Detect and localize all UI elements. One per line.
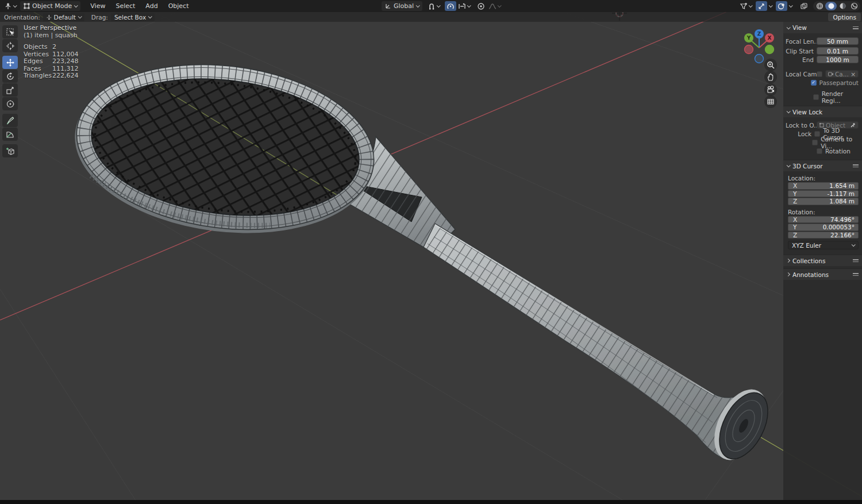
perspective-toggle-button[interactable] [764,95,777,108]
rotation-order-dropdown[interactable]: XYZ Euler [788,241,859,249]
options-label: Options [833,14,856,21]
shading-material-button[interactable] [837,2,848,10]
gizmo-x-label: X [768,35,772,41]
clip-start-field[interactable]: 0.01 m [817,47,859,55]
menu-view[interactable]: View [85,2,110,10]
panel-header-collections[interactable]: Collections [783,255,862,266]
tool-select-box[interactable] [2,25,18,39]
tool-rotate[interactable] [2,70,18,83]
cursor-rotation-z[interactable]: Z 22.166° [788,232,859,239]
shading-rendered-button[interactable] [848,2,860,10]
chevron-down-icon [787,109,791,113]
chevron-down-icon [787,25,791,29]
add-cube-icon [6,147,15,156]
cursor-location-x[interactable]: X 1.654 m [788,182,859,190]
clip-end-row: End 1000 m [786,56,859,63]
panel-menu-icon[interactable] [853,273,859,276]
falloff-curve-icon [488,2,497,10]
tool-move[interactable] [2,56,18,69]
ortho-grid-icon [767,98,775,106]
camera-to-view-checkbox[interactable] [812,140,818,145]
shading-wireframe-button[interactable] [814,2,825,10]
proportional-editing-toggle[interactable] [475,1,487,11]
panel-header-3d-cursor[interactable]: 3D Cursor [783,160,862,171]
clear-icon[interactable]: × [851,71,856,78]
editor-type-selector[interactable] [2,1,18,11]
drag-label: Drag: [91,14,108,21]
object-mode-icon [24,3,30,9]
stat-edges: Edges223,248 [24,58,79,66]
panel-menu-icon[interactable] [853,26,859,29]
gizmo-neg-z-axis[interactable] [755,55,764,63]
annotations-panel-title: Annotations [792,271,853,278]
zoom-button[interactable] [764,59,777,71]
gizmo-y-label: Y [746,35,751,41]
selectability-filter-dropdown[interactable] [738,1,753,11]
tool-annotate[interactable] [2,114,18,127]
menu-select[interactable]: Select [110,2,140,10]
gizmo-neg-x-axis[interactable] [745,45,753,54]
xray-toggle[interactable] [798,1,810,11]
gizmo-dropdown[interactable] [767,1,774,11]
viewport-canvas[interactable] [0,0,862,504]
panel-header-view[interactable]: View [783,22,862,33]
local-camera-checkbox[interactable] [817,71,822,77]
location-label: Location: [788,175,859,182]
proportional-editing-icon [477,2,485,10]
annotate-pen-icon [6,116,15,125]
snap-toggle[interactable] [445,1,456,11]
options-button[interactable]: Options [828,13,861,21]
show-overlays-toggle[interactable] [776,1,787,11]
mode-selector[interactable]: Object Mode [20,1,80,11]
sidebar-n-panel: View Focal Len... 50 mm Clip Start 0.01 … [783,22,862,500]
cursor-location-z[interactable]: Z 1.084 m [788,198,859,205]
render-region-checkbox[interactable] [813,94,819,100]
transform-orientation-dropdown[interactable]: Global [382,1,422,11]
snap-dropdown[interactable] [426,1,441,11]
menu-object[interactable]: Object [163,2,194,10]
panel-menu-icon[interactable] [853,164,859,167]
local-camera-field[interactable]: Ca... × [825,70,859,78]
drag-dropdown[interactable]: Select Box [111,13,155,21]
pan-button[interactable] [764,71,777,83]
orientation-dropdown[interactable]: Default [43,13,84,21]
passepartout-label: Passepartout [819,79,859,86]
rotation-order-value: XYZ Euler [792,242,852,249]
lock-to-3d-cursor-checkbox[interactable] [814,131,820,137]
overlays-dropdown[interactable] [787,1,794,11]
cursor-panel-title: 3D Cursor [792,163,853,170]
passepartout-checkbox[interactable]: ✓ [811,80,817,86]
stat-objects: Objects2 [24,44,79,51]
menu-add[interactable]: Add [140,2,163,10]
tool-scale[interactable] [2,83,18,97]
shading-solid-button[interactable] [825,2,837,10]
snap-with-dropdown[interactable] [456,1,472,11]
cursor-location-y[interactable]: Y -1.117 m [788,190,859,198]
orientation-label: Orientation: [4,14,40,21]
cursor-rotation-x[interactable]: X 74.496° [788,216,859,224]
camera-view-button[interactable] [764,83,777,96]
focal-length-field[interactable]: 50 mm [817,37,859,45]
tool-measure[interactable] [2,128,18,141]
focal-length-row: Focal Len... 50 mm [786,37,859,45]
panel-header-view-lock[interactable]: View Lock [783,106,862,117]
orientation-default-icon [47,14,52,20]
show-gizmo-toggle[interactable] [756,1,767,11]
proportional-falloff-dropdown[interactable] [487,1,502,11]
shading-mode-group [813,1,860,11]
render-region-row: Render Regi... [786,93,859,101]
toolbar [2,25,18,158]
gizmo-neg-y-axis[interactable] [765,45,774,54]
tool-transform[interactable] [2,97,18,110]
clip-end-field[interactable]: 1000 m [817,56,859,63]
tool-add-cube[interactable] [2,144,18,157]
lock-rotation-label: Rotation [825,148,851,155]
local-camera-value: Ca... [835,71,849,78]
panel-header-annotations[interactable]: Annotations [783,268,862,280]
lock-rotation-checkbox[interactable] [817,148,822,154]
select-box-icon [6,28,15,37]
panel-menu-icon[interactable] [853,259,859,262]
gizmo-z-label: Z [757,31,761,37]
tool-cursor[interactable] [2,39,18,52]
cursor-rotation-y[interactable]: Y 0.000053° [788,224,859,231]
